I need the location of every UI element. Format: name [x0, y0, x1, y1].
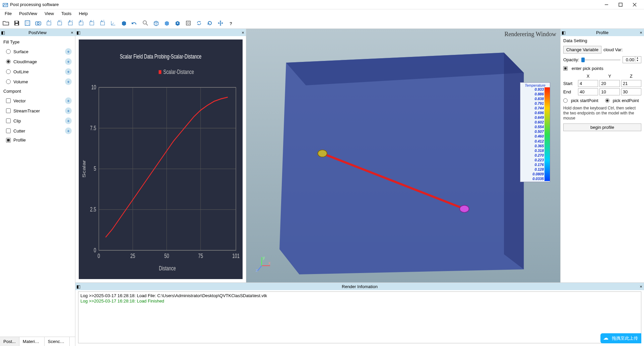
spin-down-icon[interactable]: ▼ [635, 59, 640, 62]
end-z-input[interactable] [621, 88, 641, 95]
popout-icon[interactable]: ◧ [0, 30, 6, 35]
popout-icon[interactable]: ◧ [75, 284, 81, 289]
maximize-button[interactable] [617, 2, 625, 8]
tab-scence[interactable]: Scence... [45, 337, 70, 346]
spin-up-icon[interactable]: ▲ [635, 57, 640, 59]
cube-a-icon[interactable] [152, 19, 160, 27]
model-view[interactable] [260, 37, 550, 274]
view-xp-icon[interactable]: x+ [45, 19, 53, 27]
plus-icon[interactable]: + [65, 48, 72, 55]
start-y-input[interactable] [599, 80, 620, 87]
svg-text:101: 101 [232, 252, 240, 259]
cube-b-icon[interactable] [163, 19, 171, 27]
opacity-spinbox[interactable]: ▲▼ [623, 56, 641, 63]
render-panel[interactable]: Renderering Window x y z [246, 29, 560, 282]
render-info-title: Render Infomation [81, 284, 638, 289]
menu-view[interactable]: View [41, 10, 57, 17]
close-icon[interactable]: × [240, 30, 246, 35]
slider-thumb[interactable] [581, 58, 585, 62]
plus-icon[interactable]: + [65, 78, 72, 85]
radio-icon[interactable] [6, 49, 11, 54]
menu-postview[interactable]: PostView [16, 10, 41, 17]
zoom-icon[interactable] [141, 19, 149, 27]
fill-outline-row[interactable]: OutLine+ [0, 67, 75, 77]
checkbox-icon[interactable] [6, 138, 11, 143]
svg-point-27 [177, 22, 178, 24]
pick-end-radio[interactable] [605, 98, 609, 103]
render-window-title: Renderering Window [505, 31, 556, 38]
radio-icon[interactable] [6, 69, 11, 74]
fill-cloudimage-row[interactable]: CloudImage+ [0, 57, 75, 67]
begin-profile-button[interactable]: begin profile [563, 123, 641, 131]
fill-type-label: Fill Type [0, 37, 75, 47]
sync-icon[interactable] [195, 19, 203, 27]
close-icon[interactable]: × [638, 30, 644, 35]
menu-file[interactable]: File [1, 10, 15, 17]
svg-rect-5 [15, 21, 18, 23]
view-yn-icon[interactable]: y- [77, 19, 85, 27]
view-zp-icon[interactable]: z+ [88, 19, 96, 27]
checkbox-icon[interactable] [6, 128, 11, 133]
upload-pill[interactable]: 拖拽至此上传 [600, 333, 641, 343]
camera-icon[interactable] [34, 19, 42, 27]
svg-point-9 [37, 22, 39, 24]
popout-icon[interactable]: ◧ [561, 30, 567, 35]
checkbox-icon[interactable] [6, 118, 11, 123]
undo-icon[interactable] [131, 19, 139, 27]
compont-cutter-row[interactable]: Cutter+ [0, 126, 75, 136]
log-body[interactable]: Log >>2025-03-17 16:28:18: Load File: C:… [78, 291, 641, 343]
view-yp-icon[interactable]: y+ [66, 19, 74, 27]
save-icon[interactable] [13, 19, 21, 27]
close-icon[interactable]: × [638, 284, 644, 289]
end-x-input[interactable] [578, 88, 598, 95]
checkbox-icon[interactable] [6, 108, 11, 113]
move-icon[interactable] [216, 19, 224, 27]
plus-icon[interactable]: + [65, 127, 72, 134]
minimize-button[interactable] [602, 2, 610, 8]
cube-filled-icon[interactable] [120, 19, 128, 27]
start-z-input[interactable] [621, 80, 641, 87]
help-icon[interactable]: ? [227, 19, 235, 27]
compont-profile-row[interactable]: Profile [0, 136, 75, 144]
menu-tools[interactable]: Tools [58, 10, 75, 17]
postview-panel-title: PostView [6, 30, 69, 35]
tab-post[interactable]: Post... [0, 337, 19, 346]
view-zn-icon[interactable]: z- [99, 19, 107, 27]
opacity-value-input[interactable] [623, 57, 635, 63]
target-icon[interactable] [184, 19, 192, 27]
compont-vector-row[interactable]: Vector+ [0, 96, 75, 106]
popout-icon[interactable]: ◧ [75, 30, 81, 35]
fill-volume-row[interactable]: Volume+ [0, 77, 75, 87]
plus-icon[interactable]: + [65, 117, 72, 124]
plus-icon[interactable]: + [65, 58, 72, 65]
end-y-input[interactable] [599, 88, 620, 95]
opacity-slider[interactable] [581, 59, 621, 61]
view-xn-icon[interactable]: x- [56, 19, 64, 27]
menubar: File PostView View Tools Help [0, 9, 644, 17]
enter-pick-checkbox[interactable] [563, 66, 568, 71]
plus-icon[interactable]: + [65, 68, 72, 75]
fill-surface-row[interactable]: Surface+ [0, 47, 75, 57]
start-x-input[interactable] [578, 80, 598, 87]
plus-icon[interactable]: + [65, 97, 72, 104]
checkbox-icon[interactable] [6, 98, 11, 103]
pick-start-radio[interactable] [563, 98, 568, 103]
menu-help[interactable]: Help [75, 10, 91, 17]
compont-streamtracer-row[interactable]: StreamTracer+ [0, 106, 75, 116]
change-variable-button[interactable]: Change Variable [563, 46, 601, 54]
close-button[interactable] [631, 2, 639, 8]
cube-c-icon[interactable] [174, 19, 182, 27]
svg-point-29 [187, 22, 189, 24]
plus-icon[interactable]: + [65, 107, 72, 114]
radio-icon[interactable] [6, 79, 11, 84]
fit-view-icon[interactable] [23, 19, 31, 27]
close-icon[interactable]: × [69, 30, 75, 35]
open-icon[interactable] [2, 19, 10, 27]
axis-icon[interactable] [109, 19, 117, 27]
chart-area[interactable]: Scalar Field Data Probing-Scalar-Distanc… [79, 39, 243, 279]
compont-clip-row[interactable]: Clip+ [0, 116, 75, 126]
tab-material[interactable]: Material L... [19, 337, 45, 346]
radio-icon[interactable] [6, 59, 11, 64]
svg-point-62 [460, 205, 469, 212]
refresh-icon[interactable] [206, 19, 214, 27]
